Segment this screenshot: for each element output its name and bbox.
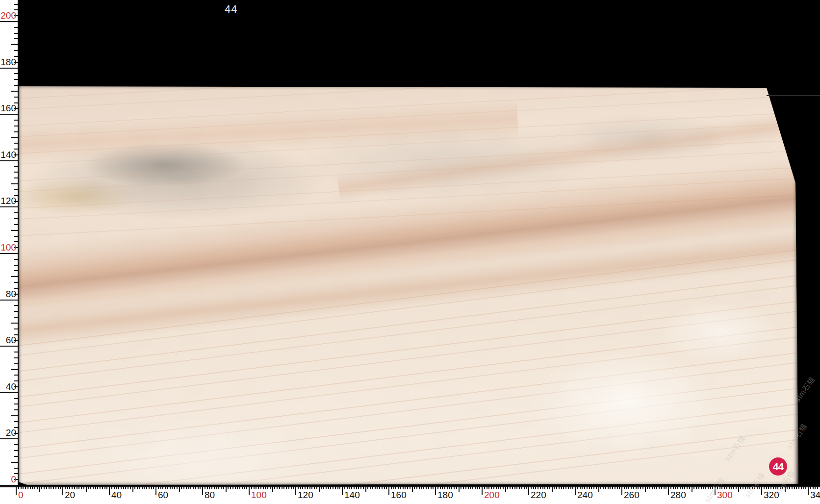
ruler-tick xyxy=(30,486,31,489)
ruler-tick xyxy=(367,486,368,489)
ruler-tick xyxy=(174,486,175,489)
ruler-tick xyxy=(538,486,538,489)
ruler-label: 100 xyxy=(0,243,16,252)
ruler-tick xyxy=(216,486,217,489)
ruler-tick xyxy=(209,486,210,489)
ruler-tick xyxy=(656,486,657,489)
ruler-tick xyxy=(14,97,18,98)
ruler-tick xyxy=(270,486,271,489)
ruler-tick xyxy=(631,486,632,489)
ruler-tick xyxy=(428,486,429,489)
ruler-tick xyxy=(542,486,543,489)
ruler-tick xyxy=(461,486,461,489)
ruler-tick xyxy=(335,486,336,489)
ruler-label: 0 xyxy=(0,475,16,484)
ruler-major-tick xyxy=(0,68,18,69)
ruler-tick xyxy=(14,311,18,312)
ruler-tick xyxy=(158,486,159,489)
ruler-tick xyxy=(491,486,492,489)
ruler-tick xyxy=(615,486,615,489)
ruler-tick xyxy=(598,486,599,492)
ruler-major-tick xyxy=(388,486,389,495)
ruler-tick xyxy=(423,486,424,489)
slab-white-patch xyxy=(488,329,763,476)
ruler-major-tick xyxy=(528,486,529,495)
ruler-tick xyxy=(692,486,692,492)
ruler-tick xyxy=(27,486,28,489)
ruler-tick xyxy=(39,486,40,492)
ruler-tick xyxy=(693,486,694,489)
ruler-label: 120 xyxy=(0,196,16,206)
ruler-tick xyxy=(449,486,450,489)
ruler-tick xyxy=(333,486,333,489)
ruler-tick xyxy=(628,486,629,489)
ruler-tick xyxy=(465,486,466,489)
ruler-tick xyxy=(330,486,331,489)
ruler-major-tick xyxy=(0,485,18,486)
ruler-tick xyxy=(25,486,26,489)
ruler-tick xyxy=(14,403,18,404)
ruler-tick xyxy=(510,486,511,489)
ruler-tick xyxy=(493,486,494,489)
ruler-tick xyxy=(183,486,184,489)
ruler-tick xyxy=(503,486,504,489)
ruler-tick xyxy=(612,486,613,489)
slab-number-badge: 44 xyxy=(769,457,787,476)
ruler-tick xyxy=(403,486,404,489)
ruler-tick xyxy=(696,486,697,489)
ruler-tick xyxy=(813,486,814,489)
ruler-tick xyxy=(288,486,289,489)
ruler-tick xyxy=(768,486,769,489)
ruler-tick xyxy=(102,486,103,489)
ruler-tick xyxy=(589,486,590,489)
ruler-tick xyxy=(74,486,75,489)
ruler-tick xyxy=(283,486,284,489)
ruler-tick xyxy=(544,486,545,489)
ruler-tick xyxy=(177,486,178,489)
ruler-tick xyxy=(293,486,294,489)
ruler-tick xyxy=(14,328,18,329)
ruler-tick xyxy=(95,486,96,489)
ruler-tick xyxy=(162,486,163,489)
ruler-tick xyxy=(698,486,699,489)
ruler-tick xyxy=(556,486,557,489)
ruler-tick xyxy=(198,486,199,489)
ruler-tick xyxy=(14,27,18,28)
ruler-tick xyxy=(360,486,361,489)
ruler-tick xyxy=(211,486,212,489)
ruler-label: 140 xyxy=(344,490,360,500)
ruler-tick xyxy=(14,259,18,260)
ruler-tick xyxy=(516,486,517,489)
ruler-tick xyxy=(291,486,292,489)
ruler-tick xyxy=(14,468,18,469)
ruler-label: 200 xyxy=(484,490,500,500)
ruler-tick xyxy=(302,486,303,489)
ruler-major-tick xyxy=(668,486,669,495)
ruler-tick xyxy=(426,486,427,489)
ruler-tick xyxy=(488,486,489,489)
ruler-tick xyxy=(21,486,22,489)
slab-white-patch xyxy=(636,290,802,373)
ruler-tick xyxy=(14,224,18,225)
ruler-tick xyxy=(51,486,51,489)
ruler-label: 0 xyxy=(18,490,24,500)
ruler-label: 80 xyxy=(205,490,215,500)
ruler-tick xyxy=(235,486,236,489)
ruler-tick xyxy=(14,189,18,190)
ruler-tick xyxy=(673,486,674,489)
ruler-tick xyxy=(684,486,685,489)
ruler-tick xyxy=(339,486,340,489)
ruler-label: 40 xyxy=(111,490,122,500)
ruler-tick xyxy=(736,486,737,489)
ruler-major-tick xyxy=(0,114,18,115)
ruler-tick xyxy=(14,218,18,219)
ruler-tick xyxy=(14,166,18,167)
ruler-tick xyxy=(463,486,464,489)
ruler-tick xyxy=(14,375,18,376)
ruler-label: 340 xyxy=(810,490,820,500)
ruler-tick xyxy=(11,137,18,138)
ruler-major-tick xyxy=(62,486,63,495)
ruler-major-tick xyxy=(0,300,18,301)
ruler-tick xyxy=(205,486,205,489)
ruler-label: 280 xyxy=(670,490,686,500)
